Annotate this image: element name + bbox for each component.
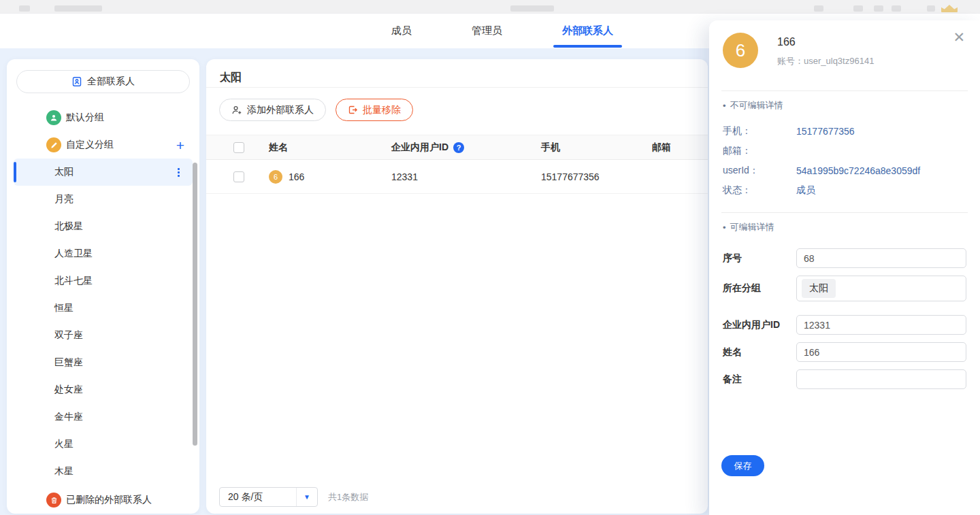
sidebar-group-item[interactable]: 金牛座 [7,403,199,431]
form-row: 所在分组太阳 [723,276,966,301]
contacts-table: 姓名 企业内用户ID ? 手机 邮箱 6 166 12331 151776773… [206,135,708,194]
sidebar: 全部联系人 默认分组 自定义分组 + 太阳月亮北极星人造卫星北斗七星恒星双子座巨… [7,59,199,514]
help-icon[interactable]: ? [453,142,464,153]
bullet-icon: • [723,222,726,233]
column-header-phone: 手机 [541,142,560,152]
chrome-icon [814,5,823,12]
total-count-label: 共1条数据 [328,491,368,503]
field-label: 状态： [723,184,796,197]
tab-label: 管理员 [472,24,502,37]
sidebar-scrollbar[interactable] [193,163,197,446]
row-checkbox[interactable] [233,171,244,182]
field-value: 15177677356 [796,126,855,137]
close-icon[interactable]: ✕ [953,30,965,44]
all-contacts-button[interactable]: 全部联系人 [16,70,190,93]
group-label: 双子座 [54,329,83,342]
sidebar-group-item[interactable]: 北极星 [7,213,199,240]
tab-admins[interactable]: 管理员 [463,14,511,48]
chrome-icon [874,5,883,12]
editable-section-title: • 可编辑详情 [723,221,980,233]
form-input[interactable] [796,315,966,335]
column-header-email: 邮箱 [652,142,671,152]
form-label: 备注 [723,373,796,386]
selected-indicator [14,162,16,182]
group-label: 巨蟹座 [54,356,83,369]
sidebar-group-item[interactable]: 人造卫星 [7,240,199,267]
field-label: userId： [723,165,796,177]
group-select-box[interactable]: 太阳 [796,276,966,301]
form-input[interactable] [796,342,966,362]
chrome-icon [927,5,935,12]
trash-icon [46,493,61,508]
group-tag[interactable]: 太阳 [802,279,836,298]
column-header-company-id: 企业内用户ID [391,142,448,154]
sidebar-group-item[interactable]: 月亮 [7,186,199,213]
contact-book-icon [71,76,82,87]
readonly-field-row: 手机：15177677356 [723,121,980,141]
group-label: 火星 [54,438,74,450]
kebab-menu-icon[interactable] [176,166,182,179]
pencil-icon [46,137,61,152]
tab-label: 成员 [391,24,412,37]
add-external-contact-button[interactable]: 添加外部联系人 [219,99,326,121]
chrome-icon [853,5,863,12]
person-add-icon [231,105,242,116]
save-button[interactable]: 保存 [721,455,764,476]
readonly-field-row: 状态：成员 [723,180,980,200]
button-label: 批量移除 [363,104,401,116]
sidebar-group-item[interactable]: 火星 [7,431,199,458]
main-panel: 太阳 添加外部联系人 批量移除 姓 [206,59,708,514]
form-row: 姓名 [723,342,966,362]
group-label: 北极星 [54,220,83,233]
sidebar-item-label: 自定义分组 [66,139,114,151]
form-label: 姓名 [723,346,796,359]
sidebar-group-item[interactable]: 北斗七星 [7,267,199,295]
group-label: 月亮 [54,193,74,205]
sidebar-group-item[interactable]: 木星 [7,458,199,485]
page-size-select[interactable]: 20 条/页 ▼ [219,487,318,507]
form-row: 序号 [723,248,966,268]
crown-icon [941,5,958,12]
add-group-button[interactable]: + [176,138,184,152]
sidebar-item-custom-group[interactable]: 自定义分组 + [7,131,199,159]
group-list: 太阳月亮北极星人造卫星北斗七星恒星双子座巨蟹座处女座金牛座火星木星 [7,159,199,485]
readonly-field-row: userId：54a1995b9c72246a8e3059df [723,161,980,180]
readonly-field-row: 邮箱： [723,141,980,161]
cell-phone: 15177677356 [541,171,600,182]
window-chrome-strip [0,0,980,14]
table-row[interactable]: 6 166 12331 15177677356 [206,160,708,194]
group-label: 人造卫星 [54,248,93,260]
divider [721,90,968,91]
field-label: 邮箱： [723,145,796,157]
account-label: 账号：user_ulq3tz96141 [777,55,874,67]
form-input[interactable] [796,248,966,268]
chrome-text [54,5,102,12]
field-label: 手机： [723,125,796,137]
field-value: 54a1995b9c72246a8e3059df [796,165,920,176]
pagination: 20 条/页 ▼ 共1条数据 [219,487,368,507]
contact-name: 166 [777,36,874,48]
form-row: 企业内用户ID [723,315,966,335]
group-label: 木星 [54,465,74,478]
sidebar-item-deleted-contacts[interactable]: 已删除的外部联系人 [7,486,199,514]
cell-name: 166 [289,171,304,182]
sidebar-item-default-group[interactable]: 默认分组 [7,104,199,131]
batch-remove-button[interactable]: 批量移除 [336,99,413,121]
editable-form: 序号所在分组太阳企业内用户ID姓名备注 [723,248,966,389]
export-icon [348,105,358,115]
tab-external-contacts[interactable]: 外部联系人 [553,14,622,48]
sidebar-group-item[interactable]: 恒星 [7,295,199,322]
all-contacts-label: 全部联系人 [87,76,135,88]
sidebar-group-item[interactable]: 处女座 [7,376,199,403]
tab-members[interactable]: 成员 [382,14,421,48]
sidebar-item-label: 默认分组 [66,112,104,124]
tab-label: 外部联系人 [562,24,613,37]
form-input[interactable] [796,369,966,389]
sidebar-group-item[interactable]: 双子座 [7,322,199,349]
group-label: 太阳 [54,166,74,178]
sidebar-group-item[interactable]: 太阳 [14,159,193,186]
select-all-checkbox[interactable] [233,142,244,153]
sidebar-group-item[interactable]: 巨蟹座 [7,349,199,376]
button-label: 添加外部联系人 [247,104,314,116]
page-size-value: 20 条/页 [220,491,296,503]
